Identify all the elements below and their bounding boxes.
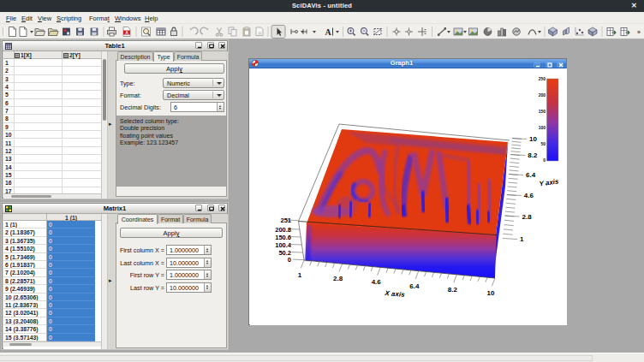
svg-text:100.4: 100.4 bbox=[275, 241, 292, 249]
svg-text:8.2: 8.2 bbox=[528, 151, 538, 159]
svg-text:A: A bbox=[325, 27, 331, 37]
svg-text:1: 1 bbox=[520, 235, 524, 243]
svg-text:2.8: 2.8 bbox=[333, 275, 343, 282]
svg-text:Y axis: Y axis bbox=[539, 177, 560, 187]
svg-text:10: 10 bbox=[529, 135, 537, 143]
svg-text:200.8: 200.8 bbox=[275, 226, 291, 234]
svg-text:1: 1 bbox=[298, 271, 302, 279]
svg-text:4.6: 4.6 bbox=[524, 192, 534, 199]
svg-text:250: 250 bbox=[539, 76, 546, 81]
svg-text:200: 200 bbox=[539, 92, 546, 98]
svg-text:0: 0 bbox=[543, 157, 546, 163]
svg-text:100: 100 bbox=[539, 125, 546, 130]
svg-text:50.2: 50.2 bbox=[278, 249, 291, 257]
svg-text:8.2: 8.2 bbox=[448, 286, 458, 294]
svg-text:4.6: 4.6 bbox=[372, 278, 382, 286]
svg-text:6.4: 6.4 bbox=[409, 282, 420, 290]
svg-text:»: » bbox=[637, 29, 641, 35]
svg-text:10: 10 bbox=[487, 289, 495, 297]
svg-text:150: 150 bbox=[539, 109, 546, 114]
svg-text:0: 0 bbox=[288, 256, 291, 264]
svg-text:150.6: 150.6 bbox=[275, 234, 291, 241]
svg-text:251: 251 bbox=[280, 217, 291, 224]
svg-text:X axis: X axis bbox=[384, 289, 405, 299]
svg-text:2.8: 2.8 bbox=[522, 213, 532, 221]
svg-text:50: 50 bbox=[540, 141, 546, 146]
svg-text:6.4: 6.4 bbox=[526, 171, 536, 179]
